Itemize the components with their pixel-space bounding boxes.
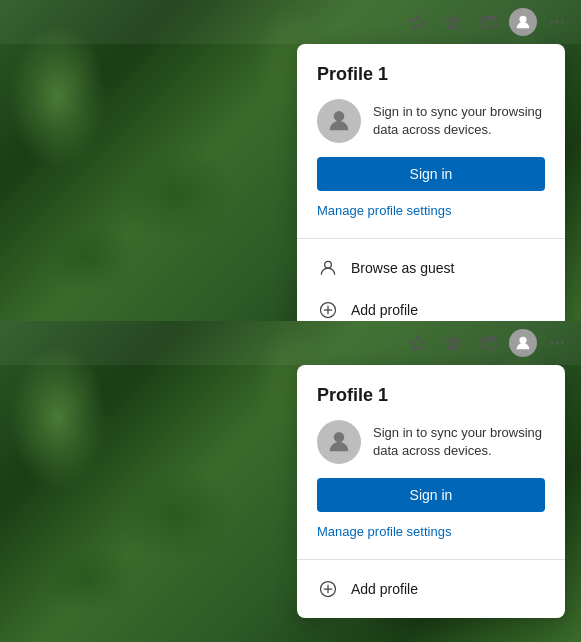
- toolbar-2: [0, 321, 581, 365]
- plus-circle-icon-2: [317, 578, 339, 600]
- person-icon: [317, 257, 339, 279]
- profile-info-2: Sign in to sync your browsing data acros…: [317, 420, 545, 464]
- add-profile-label-1: Add profile: [351, 302, 418, 318]
- svg-point-9: [561, 21, 564, 24]
- profile-button[interactable]: [509, 8, 537, 36]
- more-button[interactable]: [541, 6, 573, 38]
- svg-point-7: [550, 21, 553, 24]
- panel-title-1: Profile 1: [317, 64, 545, 85]
- svg-point-11: [325, 261, 332, 268]
- profile-dropdown-2: Profile 1 Sign in to sync your browsing …: [297, 365, 565, 618]
- browse-as-guest-label: Browse as guest: [351, 260, 455, 276]
- favorites-button-2[interactable]: [401, 327, 433, 359]
- svg-marker-15: [410, 336, 425, 350]
- menu-items-1: Browse as guest Add profile: [297, 239, 565, 321]
- svg-rect-20: [488, 337, 494, 340]
- favorites-button[interactable]: [401, 6, 433, 38]
- collections-button-2[interactable]: [437, 327, 469, 359]
- svg-point-8: [556, 21, 559, 24]
- browser-panel-1: Profile 1 Sign in to sync your browsing …: [0, 0, 581, 321]
- add-profile-item-2[interactable]: Add profile: [297, 568, 565, 610]
- toolbar-1: [0, 0, 581, 44]
- avatar-2: [317, 420, 361, 464]
- profile-button-2[interactable]: [509, 329, 537, 357]
- profile-dropdown-1: Profile 1 Sign in to sync your browsing …: [297, 44, 565, 321]
- panel-header-2: Profile 1 Sign in to sync your browsing …: [297, 365, 565, 559]
- more-button-2[interactable]: [541, 327, 573, 359]
- svg-point-23: [556, 342, 559, 345]
- tab-actions-button-2[interactable]: [473, 327, 505, 359]
- plus-circle-icon-1: [317, 299, 339, 321]
- svg-point-22: [550, 342, 553, 345]
- profile-signin-text-2: Sign in to sync your browsing data acros…: [373, 424, 545, 460]
- svg-point-10: [334, 111, 345, 122]
- browse-as-guest-item[interactable]: Browse as guest: [297, 247, 565, 289]
- manage-profile-link-2[interactable]: Manage profile settings: [317, 524, 545, 539]
- svg-rect-5: [488, 16, 494, 19]
- manage-profile-link-1[interactable]: Manage profile settings: [317, 203, 545, 218]
- avatar-1: [317, 99, 361, 143]
- panel-header-1: Profile 1 Sign in to sync your browsing …: [297, 44, 565, 238]
- svg-marker-0: [410, 15, 425, 29]
- svg-point-24: [561, 342, 564, 345]
- add-profile-item-1[interactable]: Add profile: [297, 289, 565, 321]
- profile-info-1: Sign in to sync your browsing data acros…: [317, 99, 545, 143]
- svg-point-25: [334, 432, 345, 443]
- tab-actions-button[interactable]: [473, 6, 505, 38]
- browser-panel-2: Profile 1 Sign in to sync your browsing …: [0, 321, 581, 642]
- svg-point-6: [519, 16, 526, 23]
- profile-signin-text-1: Sign in to sync your browsing data acros…: [373, 103, 545, 139]
- add-profile-label-2: Add profile: [351, 581, 418, 597]
- signin-button-1[interactable]: Sign in: [317, 157, 545, 191]
- collections-button[interactable]: [437, 6, 469, 38]
- panel-title-2: Profile 1: [317, 385, 545, 406]
- menu-items-2: Add profile: [297, 560, 565, 618]
- svg-point-21: [519, 337, 526, 344]
- signin-button-2[interactable]: Sign in: [317, 478, 545, 512]
